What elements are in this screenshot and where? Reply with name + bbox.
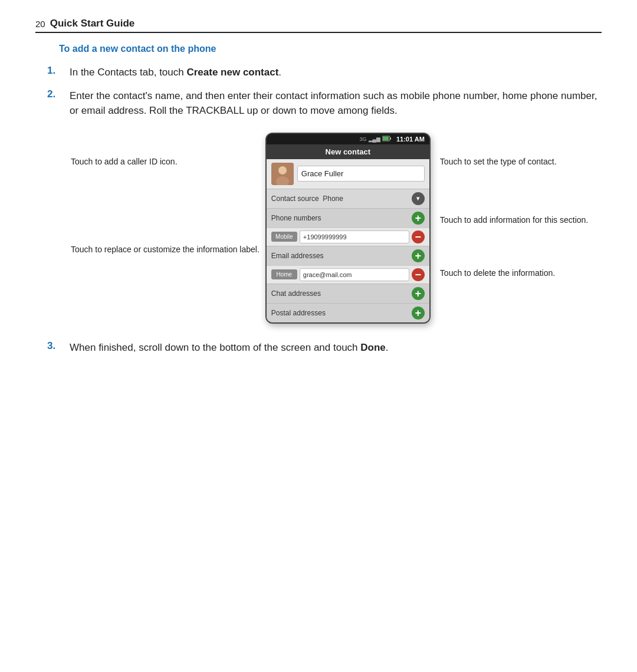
contact-name-field[interactable]: Grace Fuller	[297, 166, 425, 182]
section-heading: To add a new contact on the phone	[59, 44, 602, 54]
page-number: 20	[35, 19, 45, 29]
page-title: Quick Start Guide	[50, 18, 135, 29]
chat-addresses-section-row: Chat addresses +	[267, 284, 429, 303]
step-1-text: In the Contacts tab, touch Create new co…	[70, 65, 281, 80]
step-3: 3. When finished, scroll down to the bot…	[47, 340, 602, 355]
contact-source-label: Contact source Phone	[271, 195, 343, 203]
battery-icon	[382, 136, 392, 143]
phone-diagram: 3G ▂▄▆ 11:01 AM New contact	[265, 133, 431, 324]
screen-content: Grace Fuller Contact source Phone ▾ Phon…	[267, 159, 429, 322]
phone-numbers-add-button[interactable]: +	[412, 212, 425, 225]
contact-name-row: Grace Fuller	[267, 159, 429, 189]
home-label-button[interactable]: Home	[271, 269, 297, 279]
left-annotations: Touch to add a caller ID icon. Touch to …	[71, 156, 260, 256]
screen-titlebar: New contact	[267, 144, 429, 159]
steps-list-3: 3. When finished, scroll down to the bot…	[47, 340, 602, 355]
step-2: 2. Enter the contact's name, and then en…	[47, 88, 602, 118]
contact-source-dropdown-button[interactable]: ▾	[412, 192, 425, 205]
status-icons: 3G ▂▄▆	[360, 136, 392, 143]
diagram-area: Touch to add a caller ID icon. Touch to …	[71, 133, 602, 324]
contact-source-row: Contact source Phone ▾	[267, 189, 429, 208]
mobile-label-button[interactable]: Mobile	[271, 232, 297, 242]
signal-icon: ▂▄▆	[369, 136, 380, 142]
phone-numbers-section-row: Phone numbers +	[267, 208, 429, 228]
page-header: 20 Quick Start Guide	[35, 18, 602, 33]
step-1-number: 1.	[47, 65, 70, 77]
svg-rect-1	[383, 137, 389, 140]
email-addresses-add-button[interactable]: +	[412, 249, 425, 262]
status-time: 11:01 AM	[396, 136, 425, 143]
status-bar: 3G ▂▄▆ 11:01 AM	[267, 134, 429, 144]
step-1: 1. In the Contacts tab, touch Create new…	[47, 65, 602, 80]
annotation-caller-id: Touch to add a caller ID icon.	[71, 156, 260, 168]
step-2-text: Enter the contact's name, and then enter…	[70, 88, 602, 118]
svg-point-4	[278, 166, 287, 174]
step-3-text: When finished, scroll down to the bottom…	[70, 340, 389, 355]
chat-addresses-label: Chat addresses	[271, 289, 321, 298]
email-addresses-section-row: Email addresses +	[267, 246, 429, 265]
step-3-number: 3.	[47, 340, 70, 352]
annotation-replace: Touch to replace or customize the inform…	[71, 244, 260, 256]
chat-addresses-add-button[interactable]: +	[412, 287, 425, 300]
avatar[interactable]	[271, 163, 294, 185]
annotation-delete: Touch to delete the information.	[440, 268, 588, 279]
mobile-remove-button[interactable]: −	[412, 230, 425, 243]
home-email-field-row: Home grace@mail.com −	[267, 265, 429, 284]
svg-rect-2	[390, 137, 391, 140]
right-annotations: Touch to set the type of contact. Touch …	[440, 156, 588, 279]
step-2-number: 2.	[47, 88, 70, 100]
phone-numbers-label: Phone numbers	[271, 214, 321, 222]
network-icon: 3G	[360, 136, 367, 142]
mobile-number-field[interactable]: +19099999999	[300, 230, 409, 243]
mobile-field-row: Mobile +19099999999 −	[267, 228, 429, 246]
postal-addresses-label: Postal addresses	[271, 309, 326, 317]
phone-mockup: 3G ▂▄▆ 11:01 AM New contact	[265, 133, 431, 324]
annotation-type: Touch to set the type of contact.	[440, 156, 588, 168]
email-field[interactable]: grace@mail.com	[300, 268, 409, 281]
postal-addresses-section-row: Postal addresses +	[267, 303, 429, 322]
email-remove-button[interactable]: −	[412, 268, 425, 281]
annotation-add-info: Touch to add information for this sectio…	[440, 215, 588, 226]
postal-addresses-add-button[interactable]: +	[412, 307, 425, 319]
email-addresses-label: Email addresses	[271, 252, 324, 260]
steps-list: 1. In the Contacts tab, touch Create new…	[47, 65, 602, 118]
avatar-image	[271, 163, 294, 185]
